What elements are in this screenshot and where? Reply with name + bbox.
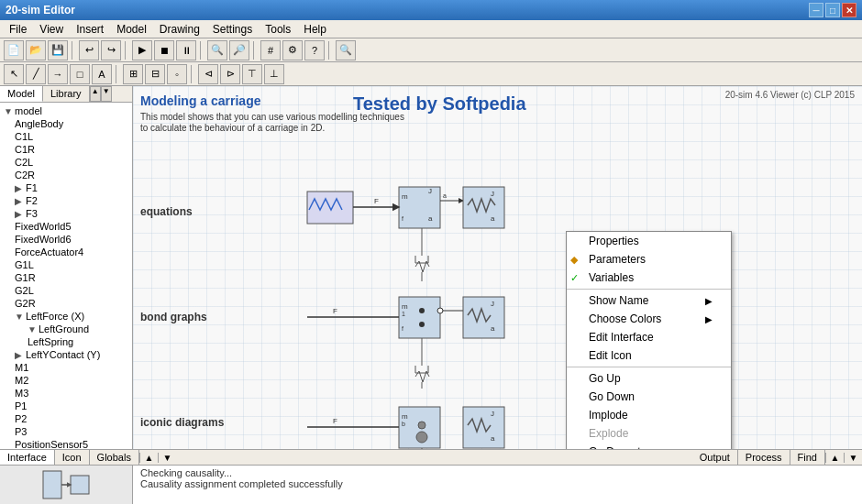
menu-drawing[interactable]: Drawing	[154, 22, 205, 37]
tree-item-g2r[interactable]: G2R	[2, 297, 130, 310]
ctx-properties[interactable]: Properties	[567, 232, 731, 250]
svg-text:a: a	[491, 324, 495, 333]
tree-item-m1[interactable]: M1	[2, 361, 130, 374]
bond-button[interactable]: ⊟	[145, 64, 165, 84]
tab-output[interactable]: Output	[692, 450, 738, 465]
diagram-svg: m f F J a a J a m 1 f F	[275, 137, 559, 449]
tree-item-p2[interactable]: P2	[2, 412, 130, 425]
output-scroll-down[interactable]: ▼	[844, 453, 862, 463]
output-scroll-up[interactable]: ▲	[825, 453, 844, 463]
tree-item-g2l[interactable]: G2L	[2, 284, 130, 297]
ctx-choosecolors[interactable]: Choose Colors ▶	[567, 310, 731, 328]
ctx-editicon[interactable]: Edit Icon	[567, 346, 731, 365]
tree-item-model[interactable]: ▼ model	[2, 104, 130, 117]
settings-button[interactable]: ⚙	[282, 40, 303, 60]
panel-scroll-up[interactable]: ▲	[139, 453, 158, 463]
redo-button[interactable]: ↪	[101, 40, 121, 60]
tab-library[interactable]: Library	[43, 86, 90, 102]
port-button[interactable]: ◦	[167, 64, 187, 84]
ctx-variables[interactable]: ✓ Variables	[567, 268, 731, 287]
tree-item-leftspring[interactable]: LeftSpring	[2, 335, 130, 348]
help-toolbar-button[interactable]: ?	[304, 40, 325, 60]
svg-text:F: F	[333, 417, 337, 425]
tree-item-g1r[interactable]: G1R	[2, 271, 130, 284]
draw-arrow-button[interactable]: →	[48, 64, 68, 84]
ctx-parameters[interactable]: ◆ Parameters	[567, 250, 731, 268]
tree-item-f1[interactable]: ▶ F1	[2, 181, 130, 194]
tree-item-leftforce[interactable]: ▼ LeftForce (X)	[2, 310, 130, 323]
save-button[interactable]: 💾	[48, 40, 68, 60]
ctx-showname[interactable]: Show Name ▶	[567, 291, 731, 310]
ctx-choosecolors-label: Choose Colors	[589, 312, 661, 325]
menu-tools[interactable]: Tools	[260, 22, 296, 37]
tree-item-c2r[interactable]: C2R	[2, 169, 130, 181]
align-right-button[interactable]: ⊳	[220, 64, 240, 84]
undo-button[interactable]: ↩	[79, 40, 99, 60]
tree-item-f3[interactable]: ▶ F3	[2, 207, 130, 220]
tree-item-fixedworld5[interactable]: FixedWorld5	[2, 220, 130, 233]
tree-item-anglebody[interactable]: AngleBody	[2, 117, 130, 130]
align-bottom-button[interactable]: ⊥	[264, 64, 284, 84]
select-button[interactable]: ↖	[4, 64, 24, 84]
tree-item-leftycontact[interactable]: ▶ LeftYContact (Y)	[2, 348, 130, 361]
ctx-godownto[interactable]: Go Down to	[567, 443, 731, 449]
zoom-in-button[interactable]: 🔍	[207, 40, 227, 60]
stop-button[interactable]: ⏹	[154, 40, 174, 60]
maximize-button[interactable]: □	[825, 3, 840, 17]
menu-insert[interactable]: Insert	[71, 22, 109, 37]
menu-model[interactable]: Model	[111, 22, 152, 37]
tab-interface[interactable]: Interface	[0, 450, 55, 465]
minimize-button[interactable]: ─	[809, 3, 823, 17]
tree-item-c1r[interactable]: C1R	[2, 143, 130, 156]
diagram-desc2: to calculate the behaviour of a carriage…	[140, 123, 325, 133]
tab-icon[interactable]: Icon	[55, 450, 90, 465]
tab-model[interactable]: Model	[0, 86, 43, 102]
sidebar-scroll-down[interactable]: ▼	[101, 86, 112, 102]
svg-text:f: f	[402, 215, 403, 222]
tree-item-p3[interactable]: P3	[2, 425, 130, 438]
tree-item-g1l[interactable]: G1L	[2, 258, 130, 271]
text-button[interactable]: A	[92, 64, 112, 84]
tree-item-c2l[interactable]: C2L	[2, 156, 130, 169]
open-button[interactable]: 📂	[26, 40, 46, 60]
tree-item-m2[interactable]: M2	[2, 374, 130, 387]
new-button[interactable]: 📄	[4, 40, 24, 60]
tree-item-fixedworld6[interactable]: FixedWorld6	[2, 233, 130, 246]
ctx-implode[interactable]: Implode	[567, 406, 731, 424]
align-left-button[interactable]: ⊲	[198, 64, 218, 84]
pause-button[interactable]: ⏸	[176, 40, 196, 60]
close-button[interactable]: ✕	[842, 3, 856, 17]
menu-settings[interactable]: Settings	[207, 22, 258, 37]
tree-item-positionsensor5[interactable]: PositionSensor5	[2, 438, 130, 449]
tree-item-leftground[interactable]: ▼ LeftGround	[2, 323, 130, 335]
tree-item-p1[interactable]: P1	[2, 400, 130, 412]
context-menu[interactable]: Properties ◆ Parameters ✓ Variables Show…	[566, 231, 732, 449]
tab-find[interactable]: Find	[790, 450, 825, 465]
ctx-explode-label: Explode	[589, 427, 628, 440]
component-button[interactable]: ⊞	[123, 64, 143, 84]
tab-process[interactable]: Process	[738, 450, 790, 465]
draw-rect-button[interactable]: □	[70, 64, 90, 84]
menu-file[interactable]: File	[4, 22, 32, 37]
ctx-editinterface[interactable]: Edit Interface	[567, 328, 731, 346]
tree-item-forceactuator4[interactable]: ForceActuator4	[2, 246, 130, 258]
menu-view[interactable]: View	[34, 22, 69, 37]
ctx-godown[interactable]: Go Down	[567, 388, 731, 406]
interface-preview	[0, 466, 133, 504]
grid-button[interactable]: #	[260, 40, 281, 60]
tree-item-m3[interactable]: M3	[2, 387, 130, 400]
tab-globals[interactable]: Globals	[90, 450, 139, 465]
canvas-area[interactable]: 20-sim 4.6 Viewer (c) CLP 2015 Modeling …	[133, 86, 862, 449]
panel-scroll-down[interactable]: ▼	[158, 453, 176, 463]
sidebar-scroll-up[interactable]: ▲	[90, 86, 101, 102]
ctx-goup[interactable]: Go Up	[567, 369, 731, 388]
search-button[interactable]: 🔍	[336, 40, 356, 60]
zoom-out-button[interactable]: 🔎	[229, 40, 249, 60]
align-top-button[interactable]: ⊤	[242, 64, 262, 84]
menu-help[interactable]: Help	[298, 22, 332, 37]
draw-line-button[interactable]: ╱	[26, 64, 46, 84]
tree-item-c1l[interactable]: C1L	[2, 130, 130, 143]
tree-item-f2[interactable]: ▶ F2	[2, 194, 130, 207]
run-button[interactable]: ▶	[132, 40, 152, 60]
tree-label-g2r: G2R	[15, 298, 36, 309]
